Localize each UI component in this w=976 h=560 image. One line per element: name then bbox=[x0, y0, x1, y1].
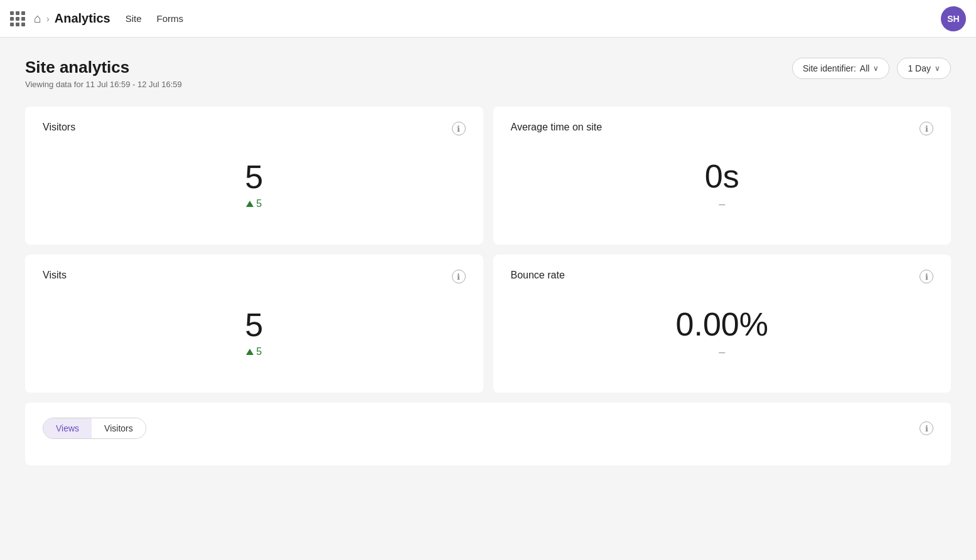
chart-tabs: Views Visitors bbox=[43, 418, 146, 439]
visits-value: 5 bbox=[245, 309, 263, 341]
site-identifier-value: All bbox=[860, 63, 870, 73]
page-header: Site analytics Viewing data for 11 Jul 1… bbox=[25, 58, 951, 89]
nav-left: ⌂ › Analytics Site Forms bbox=[10, 11, 941, 26]
tab-views[interactable]: Views bbox=[43, 418, 92, 438]
time-range-dropdown[interactable]: 1 Day ∨ bbox=[897, 58, 951, 79]
nav-link-site[interactable]: Site bbox=[126, 13, 142, 24]
home-icon[interactable]: ⌂ bbox=[34, 11, 41, 26]
page-header-left: Site analytics Viewing data for 11 Jul 1… bbox=[25, 58, 182, 89]
time-range-chevron-icon: ∨ bbox=[935, 64, 940, 73]
page-title: Site analytics bbox=[25, 58, 182, 77]
page-subtitle: Viewing data for 11 Jul 16:59 - 12 Jul 1… bbox=[25, 80, 182, 89]
site-identifier-dropdown[interactable]: Site identifier: All ∨ bbox=[792, 58, 889, 79]
nav-links: Site Forms bbox=[126, 13, 183, 24]
visitors-change: 5 bbox=[246, 198, 262, 209]
site-identifier-chevron-icon: ∨ bbox=[873, 64, 879, 73]
visits-info-icon[interactable]: ℹ bbox=[452, 270, 466, 283]
avg-time-card-body: 0s – bbox=[511, 140, 934, 230]
avg-time-card-header: Average time on site ℹ bbox=[511, 122, 934, 135]
bounce-rate-dash: – bbox=[719, 346, 725, 359]
header-controls: Site identifier: All ∨ 1 Day ∨ bbox=[792, 58, 951, 79]
visitors-card-header: Visitors ℹ bbox=[43, 122, 466, 135]
bounce-rate-info-icon[interactable]: ℹ bbox=[920, 270, 933, 283]
page-title-nav: Analytics bbox=[55, 11, 110, 26]
bounce-rate-value: 0.00% bbox=[676, 308, 768, 341]
visits-card-title: Visits bbox=[43, 270, 67, 281]
visitors-info-icon[interactable]: ℹ bbox=[452, 122, 466, 135]
visitors-card-body: 5 5 bbox=[43, 140, 466, 230]
tab-row: Views Visitors ℹ bbox=[43, 418, 933, 439]
time-range-value: 1 Day bbox=[908, 63, 931, 73]
bounce-rate-card-body: 0.00% – bbox=[511, 288, 934, 378]
nav-link-forms[interactable]: Forms bbox=[157, 13, 184, 24]
visits-up-icon bbox=[246, 349, 254, 355]
bounce-rate-card-title: Bounce rate bbox=[511, 270, 565, 281]
bounce-rate-card: Bounce rate ℹ 0.00% – bbox=[493, 255, 952, 393]
avg-time-value: 0s bbox=[705, 160, 739, 193]
avg-time-card: Average time on site ℹ 0s – bbox=[493, 107, 952, 245]
avg-time-info-icon[interactable]: ℹ bbox=[920, 122, 933, 135]
top-navigation: ⌂ › Analytics Site Forms SH bbox=[0, 0, 976, 38]
metrics-grid: Visitors ℹ 5 5 Average time on site ℹ 0s… bbox=[25, 107, 951, 393]
visits-change: 5 bbox=[246, 346, 262, 357]
chart-info-icon[interactable]: ℹ bbox=[920, 421, 933, 435]
avatar[interactable]: SH bbox=[941, 6, 966, 31]
avg-time-card-title: Average time on site bbox=[511, 122, 603, 133]
site-identifier-label: Site identifier: bbox=[803, 63, 856, 73]
visits-card: Visits ℹ 5 5 bbox=[25, 255, 483, 393]
visitors-card: Visitors ℹ 5 5 bbox=[25, 107, 483, 245]
visits-card-body: 5 5 bbox=[43, 288, 466, 378]
avg-time-dash: – bbox=[719, 198, 725, 211]
grid-menu-icon[interactable] bbox=[10, 11, 25, 26]
chart-section: Views Visitors ℹ bbox=[25, 403, 951, 465]
tab-visitors[interactable]: Visitors bbox=[92, 418, 146, 438]
visitors-up-icon bbox=[246, 201, 254, 207]
visitors-card-title: Visitors bbox=[43, 122, 75, 133]
visitors-value: 5 bbox=[245, 161, 263, 193]
bounce-rate-card-header: Bounce rate ℹ bbox=[511, 270, 934, 283]
main-content: Site analytics Viewing data for 11 Jul 1… bbox=[0, 38, 976, 485]
breadcrumb-chevron-icon: › bbox=[46, 14, 50, 24]
visits-card-header: Visits ℹ bbox=[43, 270, 466, 283]
visitors-change-value: 5 bbox=[256, 198, 262, 209]
visits-change-value: 5 bbox=[256, 346, 262, 357]
